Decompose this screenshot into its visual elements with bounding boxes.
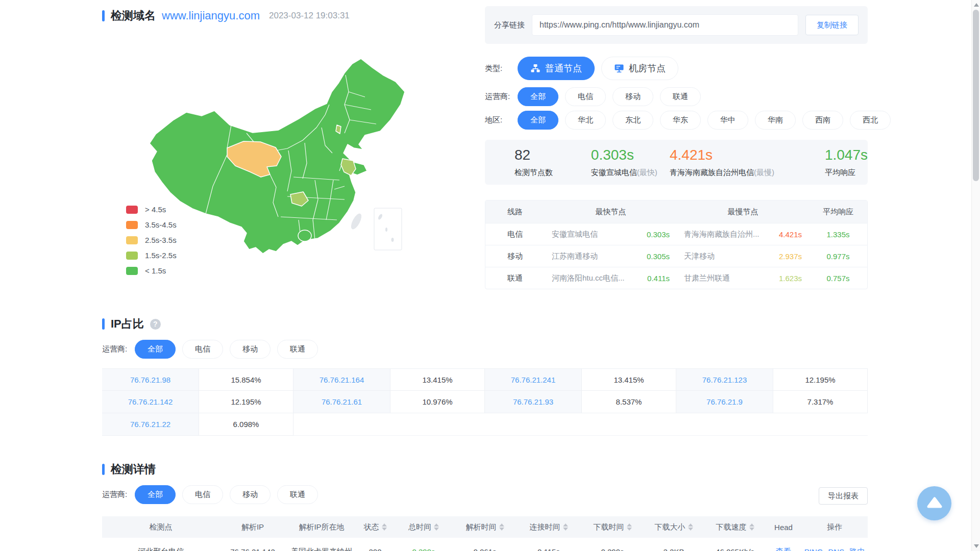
ip-link[interactable]: 76.76.21.93 <box>485 391 582 413</box>
region-filter-row: 地区: 全部 华北 东北 华东 华中 华南 西南 西北 <box>485 111 897 130</box>
sort-icon[interactable] <box>499 523 504 531</box>
ip-carrier-option-all[interactable]: 全部 <box>135 340 176 359</box>
detail-carrier-option-telecom[interactable]: 电信 <box>182 485 223 504</box>
dns-link[interactable]: DNS <box>828 547 845 551</box>
ip-link[interactable]: 76.76.21.22 <box>102 413 199 436</box>
detail-carrier-filter-row: 运营商: 全部 电信 移动 联通 <box>102 485 325 504</box>
ip-carrier-option-mobile[interactable]: 移动 <box>230 340 271 359</box>
share-link-box: 分享链接 复制链接 <box>485 6 868 44</box>
south-china-sea-inset <box>374 208 402 250</box>
route-link[interactable]: 路由 <box>849 547 865 551</box>
china-response-map: > 4.5s 3.5s-4.5s 2.5s-3.5s 1.5s-2.5s < 1… <box>125 43 442 286</box>
ip-table-row: 76.76.21.22 6.098% <box>102 413 868 436</box>
sort-icon[interactable] <box>688 523 693 531</box>
legend-swatch-lightgreen <box>126 252 138 260</box>
title-accent-bar <box>102 10 105 21</box>
type-option-normal-node[interactable]: 普通节点 <box>518 57 595 80</box>
page-title-label: 检测域名 <box>111 8 156 23</box>
detail-carrier-filter-label: 运营商: <box>102 490 135 499</box>
region-option-northwest[interactable]: 西北 <box>850 111 891 130</box>
ip-link[interactable]: 76.76.21.142 <box>102 391 199 413</box>
legend-swatch-red <box>126 206 138 214</box>
line-table-row-telecom: 电信 安徽宣城电信0.303s 青海海南藏族自治州...4.421s 1.335… <box>485 223 867 245</box>
detail-table-header: 检测点 解析IP 解析IP所在地 状态 总时间 解析时间 连接时间 下载时间 下… <box>102 516 868 538</box>
ip-link[interactable]: 76.76.21.98 <box>102 368 199 391</box>
detail-table-row: 河北邢台电信 76.76.21.142 美国北卡罗来纳州 200 0.399s … <box>102 538 868 551</box>
island-taiwan <box>349 212 363 231</box>
map-legend: > 4.5s 3.5s-4.5s 2.5s-3.5s 1.5s-2.5s < 1… <box>126 205 177 275</box>
ip-share-table: 76.76.21.98 15.854% 76.76.21.164 13.415%… <box>102 368 868 436</box>
ping-link[interactable]: PING <box>804 547 823 551</box>
stat-average: 1.047s 平均响应 <box>825 147 868 185</box>
sort-icon[interactable] <box>563 523 568 531</box>
legend-item: 1.5s-2.5s <box>126 251 177 260</box>
region-option-central[interactable]: 华中 <box>707 111 748 130</box>
ip-carrier-filter-row: 运营商: 全部 电信 移动 联通 <box>102 340 325 359</box>
legend-item: > 4.5s <box>126 205 177 214</box>
ip-link[interactable]: 76.76.21.9 <box>676 391 773 413</box>
scroll-down-arrow-icon[interactable] <box>974 544 979 548</box>
carrier-option-mobile[interactable]: 移动 <box>612 87 653 106</box>
carrier-option-telecom[interactable]: 电信 <box>565 87 606 106</box>
type-filter-label: 类型: <box>485 64 518 73</box>
scrollbar-thumb[interactable] <box>973 10 979 181</box>
detail-carrier-option-all[interactable]: 全部 <box>135 485 176 504</box>
title-accent-bar <box>102 464 105 475</box>
region-option-all[interactable]: 全部 <box>518 111 558 130</box>
scroll-up-arrow-icon[interactable] <box>974 3 979 7</box>
detail-section-title: 检测详情 <box>102 462 156 477</box>
region-option-northeast[interactable]: 东北 <box>612 111 653 130</box>
legend-item: 3.5s-4.5s <box>126 220 177 229</box>
carrier-option-unicom[interactable]: 联通 <box>660 87 701 106</box>
sort-icon[interactable] <box>749 523 754 531</box>
ip-link[interactable]: 76.76.21.241 <box>485 368 582 391</box>
monitor-icon <box>614 63 624 73</box>
line-table-row-mobile: 移动 江苏南通移动0.305s 天津移动2.937s 0.977s <box>485 245 867 267</box>
region-option-south[interactable]: 华南 <box>755 111 796 130</box>
ip-link[interactable]: 76.76.21.164 <box>293 368 390 391</box>
legend-item: 2.5s-3.5s <box>126 236 177 244</box>
line-table-header: 线路 最快节点 最慢节点 平均响应 <box>485 201 867 223</box>
export-report-button[interactable]: 导出报表 <box>819 487 868 505</box>
test-timestamp: 2023-03-12 19:03:31 <box>269 11 350 21</box>
ip-carrier-option-unicom[interactable]: 联通 <box>277 340 318 359</box>
ip-share-section-title: IP占比 ? <box>102 316 161 332</box>
region-option-east[interactable]: 华东 <box>660 111 701 130</box>
detail-table: 检测点 解析IP 解析IP所在地 状态 总时间 解析时间 连接时间 下载时间 下… <box>102 516 868 551</box>
ip-link[interactable]: 76.76.21.123 <box>676 368 773 391</box>
island-hainan <box>298 230 311 241</box>
title-accent-bar <box>102 318 105 330</box>
ip-carrier-filter-label: 运营商: <box>102 344 135 354</box>
head-view-link[interactable]: 查看 <box>776 547 791 551</box>
legend-swatch-green <box>126 267 138 275</box>
region-option-southwest[interactable]: 西南 <box>802 111 843 130</box>
sort-icon[interactable] <box>434 523 439 531</box>
back-to-top-button[interactable] <box>917 486 951 520</box>
carrier-option-all[interactable]: 全部 <box>518 87 558 106</box>
legend-swatch-orange <box>126 221 138 229</box>
detail-carrier-option-mobile[interactable]: 移动 <box>230 485 271 504</box>
vertical-scrollbar[interactable] <box>971 0 980 551</box>
summary-stats-panel: 82 检测节点数 0.303s 安徽宣城电信(最快) 4.421s 青海海南藏族… <box>485 140 868 185</box>
legend-item: < 1.5s <box>126 266 177 275</box>
page-title: 检测域名 www.linjiangyu.com 2023-03-12 19:03… <box>102 8 350 23</box>
tested-domain-link[interactable]: www.linjiangyu.com <box>162 9 260 22</box>
share-link-input[interactable] <box>532 14 798 36</box>
stat-node-count: 82 检测节点数 <box>514 147 591 185</box>
question-mark-icon[interactable]: ? <box>150 319 161 330</box>
ip-carrier-option-telecom[interactable]: 电信 <box>182 340 223 359</box>
detail-carrier-option-unicom[interactable]: 联通 <box>277 485 318 504</box>
sitemap-icon <box>530 63 541 73</box>
up-arrow-icon <box>927 496 942 511</box>
region-option-north[interactable]: 华北 <box>565 111 606 130</box>
type-filter-row: 类型: 普通节点 机房节点 <box>485 57 685 80</box>
share-link-label: 分享链接 <box>494 20 525 30</box>
ip-link[interactable]: 76.76.21.61 <box>293 391 390 413</box>
ip-table-row: 76.76.21.98 15.854% 76.76.21.164 13.415%… <box>102 368 868 391</box>
carrier-filter-label: 运营商: <box>485 92 518 102</box>
sort-icon[interactable] <box>382 523 387 531</box>
copy-link-button[interactable]: 复制链接 <box>805 15 859 35</box>
type-option-datacenter-node[interactable]: 机房节点 <box>601 57 678 80</box>
sort-icon[interactable] <box>627 523 632 531</box>
line-table-row-unicom: 联通 河南洛阳htu.cc电信...0.411s 甘肃兰州联通1.623s 0.… <box>485 267 867 289</box>
